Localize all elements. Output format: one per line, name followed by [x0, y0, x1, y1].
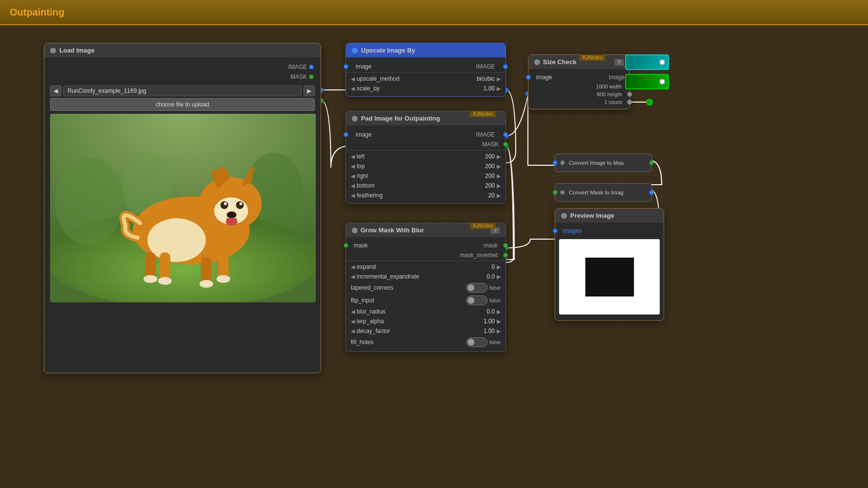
- lerp-alpha-right[interactable]: ▶: [497, 318, 501, 325]
- size-check-title: Size Check: [543, 58, 577, 66]
- expand-right[interactable]: ▶: [497, 264, 501, 270]
- scale-by-label: scale_by: [357, 85, 469, 92]
- grow-mask-output-label: mask: [484, 242, 498, 249]
- preview-images-socket[interactable]: [553, 228, 558, 233]
- scale-by-left[interactable]: ◀: [351, 86, 355, 92]
- preview-black-rect: [585, 258, 634, 296]
- incr-expand-right[interactable]: ▶: [497, 274, 501, 280]
- lerp-alpha-left[interactable]: ◀: [351, 318, 355, 325]
- flip-input-toggle[interactable]: [466, 296, 488, 305]
- svg-point-26: [226, 218, 237, 226]
- svg-point-11: [647, 99, 652, 105]
- pad-image-socket[interactable]: [344, 132, 348, 137]
- size-check-question[interactable]: ?: [615, 59, 624, 66]
- decay-factor-right[interactable]: ▶: [497, 328, 501, 334]
- fill-holes-knob: [468, 339, 474, 346]
- pad-right-right[interactable]: ▶: [497, 173, 501, 179]
- blur-radius-left[interactable]: ◀: [351, 309, 355, 315]
- decay-factor-label: decay_factor: [357, 328, 469, 334]
- fill-holes-toggle[interactable]: [466, 337, 488, 347]
- convert-mask-input[interactable]: [553, 190, 558, 195]
- pad-left-right[interactable]: ▶: [497, 154, 501, 160]
- mask-output-row: MASK: [44, 72, 321, 82]
- upscale-image-input: image IMAGE: [346, 60, 506, 71]
- upscale-image-output-socket[interactable]: [503, 64, 508, 69]
- decay-factor-row: ◀ decay_factor 1.00 ▶: [346, 326, 506, 336]
- node-dot: [50, 48, 56, 53]
- pad-top-right[interactable]: ▶: [497, 163, 501, 170]
- green-color-btn[interactable]: [625, 74, 669, 89]
- file-back-btn[interactable]: ◀: [50, 86, 61, 96]
- mask-output-socket[interactable]: [309, 74, 314, 79]
- grow-mask-dot: [352, 227, 358, 233]
- upscale-method-left[interactable]: ◀: [351, 76, 355, 82]
- pad-mask-output-socket[interactable]: [503, 142, 508, 147]
- pad-bottom-left[interactable]: ◀: [351, 183, 355, 189]
- convert-img-input[interactable]: [553, 160, 558, 165]
- file-play-btn[interactable]: ▶: [304, 86, 315, 96]
- blur-radius-label: blur_radius: [357, 308, 469, 315]
- teal-color-btn[interactable]: [625, 54, 669, 70]
- fill-holes-label: fill_holes: [351, 339, 466, 346]
- svg-point-32: [144, 275, 157, 283]
- preview-image-area: [559, 239, 660, 314]
- size-check-count-socket[interactable]: [627, 100, 632, 105]
- tapered-corners-toggle[interactable]: [466, 283, 488, 293]
- upscale-image-output-label: IMAGE: [476, 63, 502, 70]
- convert-mask-label: Convert Mask to Imag: [569, 190, 623, 195]
- upscale-method-right[interactable]: ▶: [497, 76, 501, 82]
- pad-right-label: right: [357, 173, 469, 179]
- tapered-corners-value: false: [489, 285, 501, 291]
- pad-feathering-right[interactable]: ▶: [497, 192, 501, 199]
- pad-feathering-value: 20: [470, 192, 495, 199]
- pad-top-left[interactable]: ◀: [351, 163, 355, 170]
- load-image-node: Load Image IMAGE MASK ◀ RunComfy_example…: [44, 43, 321, 373]
- pad-right-left[interactable]: ◀: [351, 173, 355, 179]
- svg-point-23: [224, 202, 227, 205]
- pad-image-node: KJNodes Pad Image for Outpainting image …: [345, 111, 506, 204]
- grow-mask-input-socket[interactable]: [344, 243, 348, 248]
- lerp-alpha-value: 1.00: [470, 318, 495, 325]
- upscale-image-socket[interactable]: [344, 64, 348, 69]
- size-check-height-socket[interactable]: [627, 92, 632, 97]
- size-check-count-row: 1 count: [528, 98, 630, 106]
- convert-img-node: Convert Image to Mas: [555, 154, 652, 172]
- expand-left[interactable]: ◀: [351, 264, 355, 270]
- size-check-image-input[interactable]: [526, 75, 531, 80]
- grow-mask-node: KJNodes Grow Mask With Blur ? mask mask …: [345, 223, 506, 352]
- size-check-image-output-label: image: [609, 74, 625, 81]
- image-output-label: IMAGE: [288, 64, 307, 70]
- expand-value: 0: [470, 263, 495, 270]
- image-output-socket[interactable]: [309, 65, 314, 70]
- pad-image-label: image: [356, 131, 372, 138]
- app-title: Outpainting: [10, 7, 64, 18]
- flip-input-label: flip_input: [351, 297, 466, 304]
- scale-by-right[interactable]: ▶: [497, 86, 501, 92]
- convert-img-output[interactable]: [649, 160, 654, 165]
- pad-feathering-label: feathering: [357, 192, 469, 199]
- upload-btn[interactable]: choose file to upload: [50, 98, 315, 111]
- fill-holes-row: fill_holes false: [346, 336, 506, 349]
- pad-image-output-socket[interactable]: [503, 132, 508, 137]
- incr-expand-left[interactable]: ◀: [351, 274, 355, 280]
- blur-radius-value: 0.0: [470, 308, 495, 315]
- svg-point-25: [227, 211, 236, 218]
- kjnodes-badge-pad: KJNodes: [470, 111, 496, 117]
- upscale-method-label: upscale_method: [357, 75, 469, 82]
- pad-title: Pad Image for Outpainting: [361, 115, 440, 122]
- blur-radius-right[interactable]: ▶: [497, 309, 501, 315]
- grow-mask-input-label: mask: [354, 242, 368, 249]
- grow-mask-output-socket[interactable]: [503, 243, 508, 248]
- pad-bottom-right[interactable]: ▶: [497, 183, 501, 189]
- pad-left-left[interactable]: ◀: [351, 154, 355, 160]
- expand-row: ◀ expand 0 ▶: [346, 262, 506, 272]
- size-check-title-group: Size Check: [534, 58, 577, 66]
- upscale-header: Upscale Image By: [346, 43, 506, 57]
- decay-factor-left[interactable]: ◀: [351, 328, 355, 334]
- grow-mask-inverted-socket[interactable]: [503, 253, 508, 258]
- pad-image-input: image IMAGE: [346, 128, 506, 139]
- pad-feathering-left[interactable]: ◀: [351, 192, 355, 199]
- pad-right-row: ◀ right 200 ▶: [346, 171, 506, 181]
- convert-mask-output[interactable]: [649, 190, 654, 195]
- green-btn-dot: [659, 79, 665, 85]
